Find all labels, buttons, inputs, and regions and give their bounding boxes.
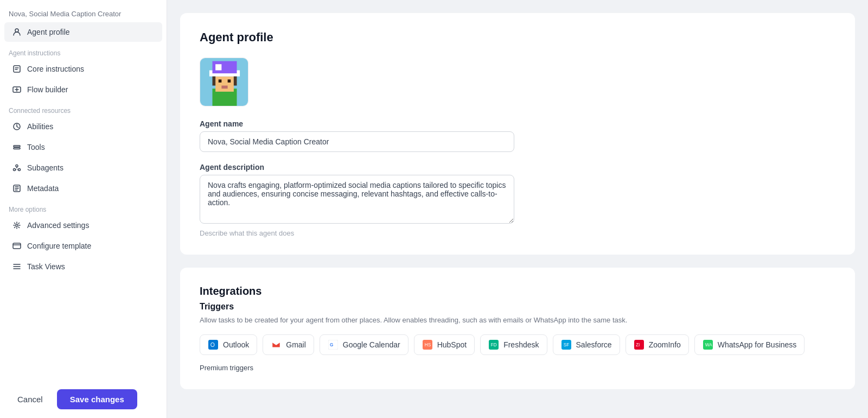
sidebar-item-task-views[interactable]: Task Views <box>4 257 162 276</box>
connected-resources-section-label: Connected resources <box>0 100 167 117</box>
outlook-icon: O <box>208 339 219 350</box>
svg-text:FD: FD <box>491 343 497 347</box>
salesforce-icon: SF <box>561 339 572 350</box>
triggers-title: Triggers <box>200 302 835 312</box>
sidebar-item-metadata[interactable]: Metadata <box>4 179 162 198</box>
agent-profile-title: Agent profile <box>200 30 835 45</box>
sidebar-item-tools-label: Tools <box>27 143 45 151</box>
svg-point-0 <box>15 29 18 32</box>
sidebar-item-configure-template[interactable]: Configure template <box>4 236 162 256</box>
trigger-chip[interactable]: HSHubSpot <box>414 334 475 355</box>
sidebar-item-flow-builder-label: Flow builder <box>27 85 68 94</box>
trigger-chip[interactable]: SFSalesforce <box>553 334 620 355</box>
sidebar-agent-name: Nova, Social Media Caption Creator <box>0 0 167 22</box>
metadata-icon <box>12 183 22 193</box>
trigger-chip[interactable]: ZIZoomInfo <box>626 334 689 355</box>
svg-text:ZI: ZI <box>636 343 640 347</box>
trigger-chip-label: WhatsApp for Business <box>718 340 797 349</box>
main-content: Agent profile <box>167 0 868 418</box>
trigger-chip-label: Salesforce <box>576 340 612 349</box>
agent-profile-icon <box>12 27 22 37</box>
freshdesk-icon: FD <box>488 339 499 350</box>
trigger-chip-label: Gmail <box>286 340 306 349</box>
agent-profile-section: Agent profile <box>180 13 855 255</box>
core-instructions-icon <box>12 64 22 74</box>
google-calendar-icon: G <box>328 339 339 350</box>
hubspot-icon: HS <box>422 339 433 350</box>
sidebar-item-subagents[interactable]: Subagents <box>4 158 162 178</box>
svg-text:SF: SF <box>563 343 569 347</box>
sidebar-item-advanced-settings-label: Advanced settings <box>27 221 89 230</box>
svg-rect-17 <box>215 64 221 70</box>
agent-avatar[interactable] <box>200 58 248 106</box>
svg-rect-21 <box>213 77 216 86</box>
svg-rect-19 <box>228 79 231 83</box>
agent-description-placeholder: Describe what this agent does <box>200 229 835 237</box>
agent-instructions-section-label: Agent instructions <box>0 43 167 59</box>
integrations-title: Integrations <box>200 285 835 297</box>
agent-name-input[interactable] <box>200 131 514 152</box>
triggers-description: Allow tasks to be created for your agent… <box>200 315 835 326</box>
sidebar-item-agent-profile[interactable]: Agent profile <box>4 22 162 42</box>
sidebar-item-abilities[interactable]: Abilities <box>4 117 162 136</box>
agent-name-label: Agent name <box>200 119 835 128</box>
premium-triggers-label: Premium triggers <box>200 364 835 372</box>
trigger-chip[interactable]: WAWhatsApp for Business <box>694 334 805 355</box>
trigger-chip-label: Google Calendar <box>343 340 400 349</box>
svg-rect-18 <box>219 79 222 83</box>
integrations-section: Integrations Triggers Allow tasks to be … <box>180 268 855 389</box>
configure-template-icon <box>12 241 22 251</box>
sidebar-item-abilities-label: Abilities <box>27 122 53 131</box>
svg-rect-14 <box>215 77 234 92</box>
subagents-icon <box>12 163 22 173</box>
trigger-chip-label: ZoomInfo <box>649 340 681 349</box>
trigger-chip-label: Freshdesk <box>503 340 539 349</box>
sidebar-bottom-actions: Cancel Save changes <box>0 381 167 409</box>
sidebar-item-subagents-label: Subagents <box>27 163 63 172</box>
trigger-chip[interactable]: FDFreshdesk <box>480 334 547 355</box>
sidebar-item-configure-template-label: Configure template <box>27 242 91 250</box>
more-options-section-label: More options <box>0 199 167 216</box>
abilities-icon <box>12 122 22 131</box>
svg-point-10 <box>16 224 18 226</box>
agent-description-label: Agent description <box>200 163 835 172</box>
sidebar-item-core-instructions[interactable]: Core instructions <box>4 59 162 79</box>
svg-text:HS: HS <box>424 343 431 347</box>
svg-rect-5 <box>14 148 20 149</box>
svg-rect-20 <box>221 86 227 89</box>
trigger-chip-label: HubSpot <box>437 340 467 349</box>
svg-text:O: O <box>210 341 215 347</box>
flow-builder-icon <box>12 85 22 94</box>
advanced-settings-icon <box>12 220 22 230</box>
gmail-icon <box>271 339 282 350</box>
svg-rect-11 <box>13 243 21 249</box>
agent-description-textarea[interactable] <box>200 175 514 224</box>
cancel-button[interactable]: Cancel <box>9 390 52 408</box>
task-views-icon <box>12 262 22 271</box>
trigger-chip-label: Outlook <box>223 340 249 349</box>
svg-rect-1 <box>14 66 20 72</box>
trigger-chip[interactable]: OOutlook <box>200 334 257 355</box>
svg-text:WA: WA <box>705 343 712 347</box>
sidebar-item-agent-profile-label: Agent profile <box>27 28 70 36</box>
save-button[interactable]: Save changes <box>57 389 137 409</box>
tools-icon <box>12 142 22 152</box>
sidebar-item-tools[interactable]: Tools <box>4 137 162 157</box>
zoominfo-icon: ZI <box>634 339 644 350</box>
svg-rect-4 <box>14 145 20 147</box>
trigger-chip[interactable]: Gmail <box>263 334 314 355</box>
svg-text:G: G <box>330 343 333 347</box>
triggers-row: OOutlookGmailGGoogle CalendarHSHubSpotFD… <box>200 334 835 355</box>
sidebar-item-metadata-label: Metadata <box>27 184 59 193</box>
sidebar-item-task-views-label: Task Views <box>27 262 65 271</box>
sidebar: Nova, Social Media Caption Creator Agent… <box>0 0 167 418</box>
sidebar-item-core-instructions-label: Core instructions <box>27 65 84 73</box>
whatsapp-for-business-icon: WA <box>703 339 713 350</box>
sidebar-item-flow-builder[interactable]: Flow builder <box>4 80 162 99</box>
svg-rect-22 <box>234 77 237 86</box>
sidebar-item-advanced-settings[interactable]: Advanced settings <box>4 216 162 235</box>
trigger-chip[interactable]: GGoogle Calendar <box>320 334 409 355</box>
